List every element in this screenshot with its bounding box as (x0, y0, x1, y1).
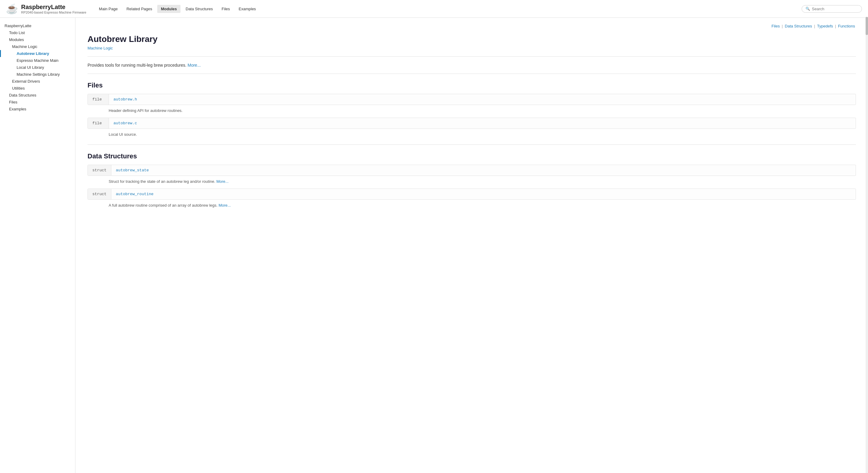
sidebar-item-todo-list[interactable]: Todo List (0, 29, 75, 36)
sidebar-item-modules[interactable]: Modules (0, 36, 75, 43)
sidebar-item-espresso-machine-main[interactable]: Espresso Machine Main (0, 57, 75, 64)
search-input[interactable] (812, 7, 858, 11)
page-subtitle: Machine Logic (88, 45, 856, 51)
sidebar-item-machine-logic[interactable]: Machine Logic (0, 43, 75, 50)
sidebar-item-local-ui-library[interactable]: Local UI Library (0, 64, 75, 71)
nav-modules[interactable]: Modules (157, 5, 181, 13)
layout: RaspberryLatte Todo List Modules Machine… (0, 18, 868, 473)
divider-3 (88, 145, 856, 145)
file-kind-1: file (88, 94, 109, 105)
logo-area: ☕ RaspberryLatte RP2040-based Espresso M… (6, 3, 86, 14)
divider-2 (88, 73, 856, 74)
nav-related-pages[interactable]: Related Pages (123, 5, 156, 13)
main-nav: Main Page Related Pages Modules Data Str… (95, 5, 802, 13)
file-link-autobrew-c[interactable]: autobrew.c (109, 118, 856, 128)
search-box[interactable]: 🔍 (802, 5, 862, 13)
sidebar-item-examples[interactable]: Examples (0, 105, 75, 113)
top-links: Files | Data Structures | Typedefs | Fun… (88, 24, 856, 28)
file-desc-autobrew-c: Local UI source. (88, 130, 856, 138)
nav-main-page[interactable]: Main Page (95, 5, 121, 13)
file-entry-autobrew-h: file autobrew.h (88, 94, 856, 105)
description-text: Provides tools for running multi-leg bre… (88, 63, 187, 68)
sidebar-item-autobrew-library[interactable]: Autobrew Library (0, 50, 75, 57)
nav-examples[interactable]: Examples (235, 5, 259, 13)
page-title: Autobrew Library (88, 34, 856, 44)
struct-desc-autobrew-state: Struct for tracking the state of an auto… (88, 177, 856, 186)
app-title: RaspberryLatte (21, 3, 86, 10)
top-link-functions[interactable]: Functions (838, 24, 855, 28)
top-link-data-structures[interactable]: Data Structures (785, 24, 812, 28)
file-kind-2: file (88, 118, 109, 128)
struct-kind-1: struct (88, 165, 112, 176)
sidebar-item-machine-settings-library[interactable]: Machine Settings Library (0, 71, 75, 78)
search-icon: 🔍 (806, 7, 810, 11)
top-link-files[interactable]: Files (771, 24, 780, 28)
coffee-icon: ☕ (6, 3, 18, 14)
sidebar-item-files[interactable]: Files (0, 99, 75, 105)
struct-kind-2: struct (88, 189, 112, 199)
sidebar-root[interactable]: RaspberryLatte (0, 22, 75, 29)
struct-link-autobrew-state[interactable]: autobrew_state (112, 165, 856, 176)
files-heading: Files (88, 82, 856, 89)
nav-files[interactable]: Files (218, 5, 233, 13)
sidebar-item-external-drivers[interactable]: External Drivers (0, 78, 75, 85)
struct-entry-autobrew-routine: struct autobrew_routine (88, 189, 856, 200)
divider-1 (88, 56, 856, 57)
struct-link-autobrew-routine[interactable]: autobrew_routine (112, 189, 856, 199)
page-subtitle-link[interactable]: Machine Logic (88, 46, 113, 51)
sidebar-item-data-structures[interactable]: Data Structures (0, 92, 75, 99)
app-subtitle: RP2040-based Espresso Machine Firmware (21, 10, 86, 14)
file-link-autobrew-h[interactable]: autobrew.h (109, 94, 856, 105)
file-entry-autobrew-c: file autobrew.c (88, 118, 856, 129)
scrollbar-track[interactable] (866, 17, 868, 473)
header: ☕ RaspberryLatte RP2040-based Espresso M… (0, 0, 868, 18)
file-desc-autobrew-h: Header defining API for autobrew routine… (88, 106, 856, 115)
page-description: Provides tools for running multi-leg bre… (88, 63, 856, 68)
main-content: Files | Data Structures | Typedefs | Fun… (75, 18, 868, 473)
description-more-link[interactable]: More... (188, 63, 201, 68)
logo-text: RaspberryLatte RP2040-based Espresso Mac… (21, 3, 86, 14)
struct-desc-autobrew-routine: A full autobrew routine comprised of an … (88, 201, 856, 209)
top-link-typedefs[interactable]: Typedefs (817, 24, 833, 28)
scrollbar-thumb[interactable] (866, 17, 868, 35)
struct-entry-autobrew-state: struct autobrew_state (88, 165, 856, 176)
sidebar: RaspberryLatte Todo List Modules Machine… (0, 18, 75, 473)
data-structures-heading: Data Structures (88, 152, 856, 160)
sidebar-item-utilities[interactable]: Utilities (0, 85, 75, 92)
nav-data-structures[interactable]: Data Structures (182, 5, 216, 13)
struct-more-link-2[interactable]: More... (218, 203, 230, 208)
struct-more-link-1[interactable]: More... (216, 179, 228, 184)
